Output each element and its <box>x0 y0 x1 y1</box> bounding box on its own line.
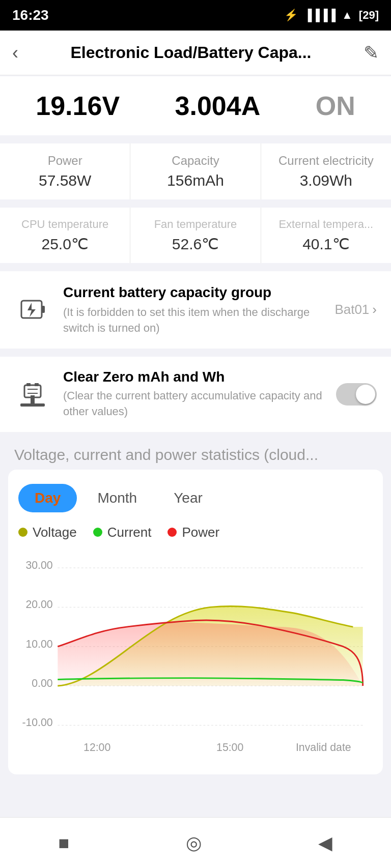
back-button[interactable]: ‹ <box>12 42 18 64</box>
legend-current: Current <box>93 525 152 540</box>
clear-zero-toggle[interactable] <box>336 383 377 406</box>
svg-rect-1 <box>42 306 45 313</box>
current-dot <box>93 528 102 537</box>
chart-section-label: Voltage, current and power statistics (c… <box>0 432 391 470</box>
svg-text:15:00: 15:00 <box>216 741 243 753</box>
stop-button[interactable]: ■ <box>59 832 70 854</box>
clear-zero-title: Clear Zero mAh and Wh <box>63 369 324 385</box>
temp-card: CPU temperature 25.0℃ Fan temperature 52… <box>0 208 391 263</box>
status-reading: ON <box>316 91 355 121</box>
cpu-temp-cell: CPU temperature 25.0℃ <box>0 208 130 263</box>
legend-voltage: Voltage <box>18 525 77 540</box>
chevron-right-icon: › <box>372 302 377 317</box>
electricity-cell: Current electricity 3.09Wh <box>261 143 391 199</box>
ext-temp-cell: External tempera... 40.1℃ <box>261 208 391 263</box>
electricity-value: 3.09Wh <box>265 172 387 189</box>
fan-temp-cell: Fan temperature 52.6℃ <box>130 208 261 263</box>
svg-text:10.00: 10.00 <box>25 638 52 650</box>
chart-svg: 30.00 20.00 10.00 0.00 -10.00 <box>18 551 373 764</box>
chart-tabs: Day Month Year <box>18 484 373 512</box>
status-bar: 16:23 ⚡ ▐▐▐▐ ▲ [29] <box>0 0 391 31</box>
power-label: Power <box>4 154 126 168</box>
battery-group-text: Current battery capacity group (It is fo… <box>63 283 322 336</box>
svg-text:-10.00: -10.00 <box>22 716 52 729</box>
battery-group-title: Current battery capacity group <box>63 283 322 302</box>
page-title: Electronic Load/Battery Capa... <box>70 43 311 62</box>
back-nav-button[interactable]: ◀ <box>318 832 332 854</box>
wifi-icon: ▲ <box>342 9 353 22</box>
svg-text:0.00: 0.00 <box>32 677 52 689</box>
stats-card: Power 57.58W Capacity 156mAh Current ele… <box>0 143 391 199</box>
battery-group-subtitle: (It is forbidden to set this item when t… <box>63 305 322 336</box>
chart-legend: Voltage Current Power <box>18 525 373 540</box>
svg-text:30.00: 30.00 <box>25 559 52 571</box>
current-label: Current <box>107 525 152 540</box>
ext-temp-value: 40.1℃ <box>265 235 387 253</box>
voltage-label: Voltage <box>33 525 77 540</box>
legend-power: Power <box>167 525 219 540</box>
cpu-temp-label: CPU temperature <box>4 218 126 231</box>
battery-icon: [29] <box>359 9 379 22</box>
chart-area: 30.00 20.00 10.00 0.00 -10.00 <box>18 551 373 764</box>
power-label: Power <box>182 525 219 540</box>
current-reading: 3.004A <box>175 91 261 121</box>
svg-text:12:00: 12:00 <box>83 741 110 753</box>
tab-day[interactable]: Day <box>18 484 77 512</box>
bluetooth-icon: ⚡ <box>284 9 298 22</box>
edit-button[interactable]: ✎ <box>364 42 379 64</box>
status-time: 16:23 <box>12 7 49 23</box>
voltage-reading: 19.16V <box>36 91 120 121</box>
electricity-label: Current electricity <box>265 154 387 168</box>
clear-zero-card: Clear Zero mAh and Wh (Clear the current… <box>0 357 391 432</box>
battery-group-card[interactable]: Current battery capacity group (It is fo… <box>0 271 391 349</box>
capacity-label: Capacity <box>134 154 256 168</box>
status-icons: ⚡ ▐▐▐▐ ▲ [29] <box>284 9 379 22</box>
power-dot <box>167 528 177 537</box>
chart-card: Day Month Year Voltage Current Power 30.… <box>8 470 383 774</box>
capacity-value: 156mAh <box>134 172 256 189</box>
ext-temp-label: External tempera... <box>265 218 387 231</box>
toggle-knob <box>356 385 375 404</box>
fan-temp-value: 52.6℃ <box>134 235 256 253</box>
clear-zero-text: Clear Zero mAh and Wh (Clear the current… <box>63 369 324 420</box>
battery-group-value: Bat01 <box>334 302 369 317</box>
battery-group-nav[interactable]: Bat01 › <box>334 302 377 317</box>
fan-temp-label: Fan temperature <box>134 218 256 231</box>
clear-zero-icon <box>14 376 51 413</box>
tab-month[interactable]: Month <box>81 484 153 512</box>
svg-rect-3 <box>31 395 35 403</box>
bottom-nav: ■ ◎ ◀ <box>0 817 391 868</box>
svg-text:Invalid date: Invalid date <box>296 741 351 753</box>
svg-rect-5 <box>26 383 31 386</box>
clear-zero-subtitle: (Clear the current battery accumulative … <box>63 388 324 420</box>
svg-rect-6 <box>35 383 39 386</box>
power-value: 57.58W <box>4 172 126 189</box>
tab-year[interactable]: Year <box>157 484 219 512</box>
voltage-dot <box>18 528 27 537</box>
cpu-temp-value: 25.0℃ <box>4 235 126 253</box>
signal-icon: ▐▐▐▐ <box>304 9 336 22</box>
main-readings: 19.16V 3.004A ON <box>0 76 391 135</box>
battery-group-icon <box>14 292 51 328</box>
top-nav: ‹ Electronic Load/Battery Capa... ✎ <box>0 31 391 75</box>
svg-rect-2 <box>20 403 45 407</box>
capacity-cell: Capacity 156mAh <box>130 143 261 199</box>
power-cell: Power 57.58W <box>0 143 130 199</box>
svg-text:20.00: 20.00 <box>25 598 52 611</box>
home-button[interactable]: ◎ <box>186 832 202 854</box>
